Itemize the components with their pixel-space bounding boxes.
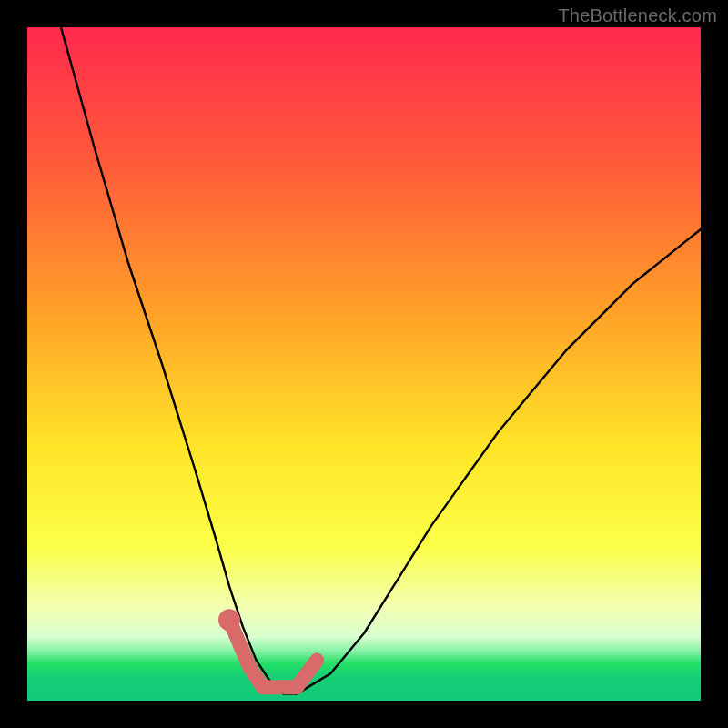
svg-point-1 — [224, 614, 235, 625]
chart-frame — [27, 27, 701, 701]
bottom-accent-markers — [224, 614, 317, 687]
bottleneck-curve — [61, 27, 701, 694]
chart-plot — [27, 27, 701, 701]
watermark-text: TheBottleneck.com — [558, 5, 717, 26]
